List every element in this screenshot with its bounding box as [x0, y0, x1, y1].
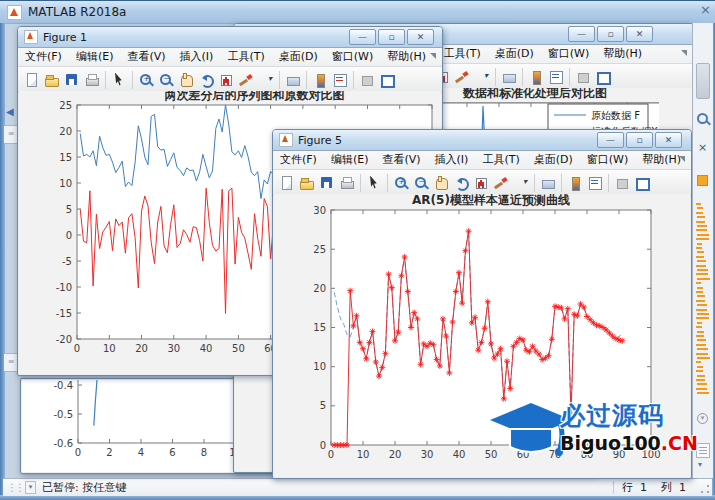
- figure5-toolbar: +−▾: [273, 170, 691, 196]
- figure1-menubar: 文件(F)编辑(E)查看(V)插入(I)工具(T)桌面(D)窗口(W)帮助(H): [18, 48, 442, 67]
- menu-item-window[interactable]: 窗口(W): [325, 48, 380, 66]
- clear-x-icon[interactable]: ×: [698, 141, 707, 154]
- show-plot-tools-icon[interactable]: [632, 173, 652, 193]
- save-figure-icon-glyph: [319, 175, 335, 191]
- zoom-out-icon[interactable]: −: [156, 70, 176, 90]
- maximize-button[interactable]: ▫: [597, 26, 624, 42]
- menu-item-desktop[interactable]: 桌面(D): [488, 45, 541, 63]
- save-figure-icon[interactable]: [62, 70, 82, 90]
- main-titlebar[interactable]: MATLAB R2018a ×: [0, 1, 715, 24]
- brush-dropdown-icon-glyph: ▾: [478, 69, 486, 85]
- pan-hand-icon[interactable]: [431, 173, 451, 193]
- menu-item-desktop[interactable]: 桌面(D): [527, 151, 580, 169]
- save-figure-icon[interactable]: [317, 173, 337, 193]
- hide-plot-tools-icon[interactable]: [357, 70, 377, 90]
- dock-arrow-icon[interactable]: [679, 156, 685, 162]
- svg-text:-10: -10: [56, 282, 72, 293]
- maximize-button[interactable]: ▫: [626, 132, 653, 148]
- menu-item-tools[interactable]: 工具(T): [475, 151, 526, 169]
- zoom-in-icon-glyph: +: [393, 175, 409, 191]
- new-figure-icon[interactable]: [22, 70, 42, 90]
- svg-text:4: 4: [138, 447, 144, 458]
- brush-icon[interactable]: [452, 67, 472, 87]
- data-cursor-icon[interactable]: [216, 70, 236, 90]
- link-plots-icon[interactable]: [283, 70, 303, 90]
- zoom-out-icon[interactable]: −: [411, 173, 431, 193]
- svg-text:30: 30: [167, 343, 180, 354]
- dock-arrow-icon[interactable]: [430, 53, 436, 59]
- search-magnifier-icon[interactable]: [697, 113, 708, 124]
- menu-item-edit[interactable]: 编辑(E): [324, 151, 376, 169]
- statusbar-dropdown-icon[interactable]: ▾: [25, 481, 36, 494]
- menu-item-insert[interactable]: 插入(I): [173, 48, 221, 66]
- open-file-icon-glyph: [44, 72, 60, 88]
- edit-plot-cursor-icon[interactable]: [109, 70, 129, 90]
- menu-item-view[interactable]: 查看(V): [375, 151, 427, 169]
- toolbar-separator: [608, 174, 609, 192]
- scrollbar-thumb[interactable]: [696, 63, 710, 99]
- window-resize-grip[interactable]: [700, 484, 710, 494]
- back-arrow-icon[interactable]: ◀: [6, 106, 14, 117]
- insert-colorbar-icon[interactable]: [565, 173, 585, 193]
- menu-item-view[interactable]: 查看(V): [120, 48, 172, 66]
- figure5-titlebar[interactable]: Figure 5 — ▫ ✕: [273, 130, 691, 151]
- edit-plot-cursor-icon[interactable]: [364, 173, 384, 193]
- menu-item-file[interactable]: 文件(F): [273, 151, 324, 169]
- dock-arrow-icon[interactable]: [681, 50, 687, 56]
- figure1-title: Figure 1: [43, 31, 87, 44]
- figure1-titlebar[interactable]: Figure 1 — ▫ ✕: [18, 27, 442, 48]
- print-figure-icon[interactable]: [82, 70, 102, 90]
- menu-item-window[interactable]: 窗口(W): [541, 45, 596, 63]
- minimize-button[interactable]: —: [568, 26, 595, 42]
- zoom-in-icon[interactable]: +: [136, 70, 156, 90]
- insert-colorbar-icon[interactable]: [526, 67, 546, 87]
- hide-plot-tools-icon[interactable]: [573, 67, 593, 87]
- brush-icon[interactable]: [236, 70, 256, 90]
- maximize-button[interactable]: ▫: [378, 29, 405, 45]
- brush-dropdown-icon[interactable]: ▾: [256, 70, 276, 90]
- brush-icon[interactable]: [491, 173, 511, 193]
- brush-dropdown-icon[interactable]: ▾: [511, 173, 531, 193]
- zoom-in-icon[interactable]: +: [391, 173, 411, 193]
- insert-legend-icon[interactable]: [585, 173, 605, 193]
- menu-item-insert[interactable]: 插入(I): [428, 151, 476, 169]
- hide-plot-tools-icon[interactable]: [612, 173, 632, 193]
- minimize-button[interactable]: —: [349, 29, 376, 45]
- open-file-icon[interactable]: [297, 173, 317, 193]
- link-plots-icon-glyph: [285, 72, 301, 88]
- menu-item-help[interactable]: 帮助(H): [596, 45, 649, 63]
- show-plot-tools-icon[interactable]: [593, 67, 613, 87]
- link-plots-icon[interactable]: [538, 173, 558, 193]
- insert-legend-icon-glyph: [548, 69, 564, 85]
- biguo-watermark: 必过源码 Biguo100.CN: [488, 399, 700, 477]
- menu-item-desktop[interactable]: 桌面(D): [272, 48, 325, 66]
- brush-icon-glyph: [454, 69, 470, 85]
- svg-text:-0.6: -0.6: [53, 438, 73, 449]
- menu-item-file[interactable]: 文件(F): [18, 48, 69, 66]
- close-button[interactable]: ✕: [407, 29, 434, 45]
- menu-item-tools[interactable]: 工具(T): [436, 45, 487, 63]
- show-plot-tools-icon[interactable]: [377, 70, 397, 90]
- close-button[interactable]: ✕: [626, 26, 653, 42]
- rotate-3d-icon[interactable]: [196, 70, 216, 90]
- statusbar-grip[interactable]: ⋮⋮: [7, 482, 23, 493]
- insert-legend-icon[interactable]: [546, 67, 566, 87]
- rotate-3d-icon[interactable]: [451, 173, 471, 193]
- brush-dropdown-icon[interactable]: ▾: [472, 67, 492, 87]
- menu-item-window[interactable]: 窗口(W): [580, 151, 635, 169]
- main-close-icon[interactable]: ×: [700, 3, 711, 16]
- insert-colorbar-icon[interactable]: [310, 70, 330, 90]
- data-cursor-icon[interactable]: [471, 173, 491, 193]
- minimize-button[interactable]: —: [597, 132, 624, 148]
- insert-legend-icon[interactable]: [330, 70, 350, 90]
- open-file-icon[interactable]: [42, 70, 62, 90]
- menu-item-edit[interactable]: 编辑(E): [69, 48, 121, 66]
- new-figure-icon[interactable]: [277, 173, 297, 193]
- menu-item-help[interactable]: 帮助(H): [380, 48, 433, 66]
- analyzer-status-square[interactable]: [697, 175, 708, 186]
- link-plots-icon[interactable]: [499, 67, 519, 87]
- close-button[interactable]: ✕: [655, 132, 682, 148]
- menu-item-tools[interactable]: 工具(T): [220, 48, 271, 66]
- print-figure-icon[interactable]: [337, 173, 357, 193]
- pan-hand-icon[interactable]: [176, 70, 196, 90]
